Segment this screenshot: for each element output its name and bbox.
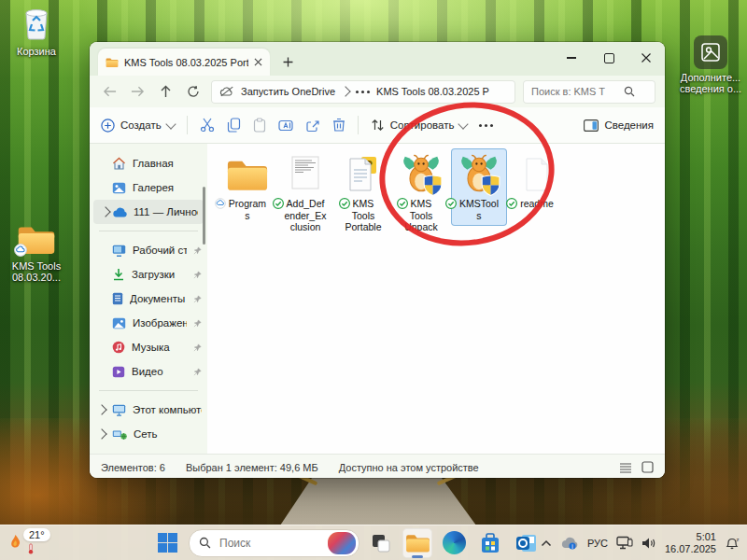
- taskbar-search-box[interactable]: [189, 529, 359, 557]
- sidebar-item-gallery[interactable]: Галерея: [90, 175, 207, 200]
- desktop-icon-kms-folder[interactable]: KMS Tools 08.03.20...: [0, 224, 73, 283]
- copy-button[interactable]: [227, 118, 241, 133]
- svg-text:i: i: [571, 542, 572, 549]
- sidebar-item-music[interactable]: Музыка: [90, 335, 207, 359]
- cut-button[interactable]: [200, 118, 215, 133]
- svg-text:z: z: [737, 537, 740, 542]
- search-box[interactable]: [523, 80, 655, 104]
- new-button[interactable]: Создать: [101, 119, 175, 133]
- refresh-button[interactable]: [183, 81, 204, 102]
- paste-icon: [253, 118, 266, 133]
- edge-taskbar-button[interactable]: [439, 528, 469, 558]
- store-taskbar-button[interactable]: [475, 528, 505, 558]
- desktop-icon-recycle-bin[interactable]: Корзина: [0, 6, 73, 57]
- breadcrumb-overflow-icon[interactable]: [356, 91, 370, 93]
- minimize-button[interactable]: [553, 42, 590, 74]
- tray-expand-chevron-icon[interactable]: [541, 539, 552, 547]
- sidebar-item-network[interactable]: Сеть: [90, 422, 207, 446]
- sidebar-item-onedrive-personal[interactable]: 111 — Личное: [93, 200, 204, 224]
- sidebar-item-desktop[interactable]: Рабочий сто: [90, 238, 207, 262]
- sidebar-item-this-pc[interactable]: Этот компьюте: [90, 398, 207, 422]
- search-icon: [624, 86, 635, 97]
- chevron-down-icon: [165, 119, 176, 129]
- forward-button[interactable]: [127, 81, 148, 102]
- tab-strip: KMS Tools 08.03.2025 Portabl: [90, 42, 665, 76]
- explorer-tab[interactable]: KMS Tools 08.03.2025 Portabl: [98, 49, 270, 76]
- synced-status-icon: [273, 198, 284, 209]
- details-pane-label: Сведения: [604, 119, 654, 131]
- pictures-icon: [112, 317, 126, 329]
- image-info-icon: [694, 35, 727, 69]
- maximize-button[interactable]: [590, 42, 627, 74]
- window-controls: [553, 42, 665, 74]
- address-bar: Запустить OneDrive KMS Tools 08.03.2025 …: [90, 76, 665, 107]
- task-view-button[interactable]: [366, 528, 396, 558]
- taskbar-search-input[interactable]: [218, 536, 321, 551]
- desktop-icon-label: KMS Tools 08.03.20...: [12, 260, 61, 283]
- network-icon: [112, 428, 127, 441]
- breadcrumb[interactable]: Запустить OneDrive KMS Tools 08.03.2025 …: [211, 80, 515, 104]
- rename-button[interactable]: [278, 119, 293, 133]
- sidebar-item-home[interactable]: Главная: [90, 151, 207, 175]
- widgets-button[interactable]: 21°: [9, 528, 50, 558]
- sidebar-item-documents[interactable]: Документы: [90, 287, 207, 311]
- sidebar-item-label: 111 — Личное: [134, 206, 198, 217]
- details-pane-icon: [584, 119, 599, 132]
- notification-bell-icon[interactable]: z: [725, 536, 740, 551]
- video-icon: [112, 366, 125, 378]
- up-button[interactable]: [155, 81, 176, 102]
- details-pane-button[interactable]: Сведения: [584, 119, 654, 132]
- new-tab-button[interactable]: [279, 53, 296, 70]
- network-tray-icon[interactable]: [616, 536, 633, 550]
- cut-icon: [200, 118, 215, 133]
- search-input[interactable]: [529, 85, 619, 98]
- expand-chevron-icon[interactable]: [100, 206, 110, 217]
- file-item-programs[interactable]: Program s: [220, 149, 275, 225]
- tab-close-icon[interactable]: [254, 58, 262, 66]
- script-file-icon: [289, 151, 321, 198]
- search-highlight-thumbnail[interactable]: [328, 532, 356, 554]
- back-button[interactable]: [99, 81, 120, 102]
- start-button[interactable]: [152, 528, 182, 558]
- expand-chevron-icon[interactable]: [96, 404, 106, 414]
- close-button[interactable]: [627, 42, 665, 74]
- breadcrumb-onedrive[interactable]: Запустить OneDrive: [241, 86, 335, 97]
- sidebar-item-label: Рабочий сто: [133, 245, 187, 256]
- volume-tray-icon[interactable]: [641, 537, 656, 550]
- outlook-taskbar-button[interactable]: [512, 528, 542, 558]
- pin-icon: [193, 343, 202, 352]
- gallery-icon: [112, 182, 126, 194]
- language-indicator[interactable]: РУС: [587, 538, 608, 549]
- large-icons-view-icon[interactable]: [641, 461, 654, 473]
- taskbar-clock[interactable]: 5:01 16.07.2025: [665, 531, 716, 554]
- trash-icon: [332, 118, 345, 133]
- breadcrumb-current[interactable]: KMS Tools 08.03.2025 P: [376, 86, 489, 97]
- sidebar-item-downloads[interactable]: Загрузки: [90, 262, 207, 287]
- file-name: Program: [229, 198, 266, 209]
- desktop-folder-icon: [112, 245, 126, 257]
- share-button[interactable]: [305, 119, 320, 133]
- expand-chevron-icon[interactable]: [96, 428, 106, 439]
- sidebar-scrollbar[interactable]: [203, 187, 205, 245]
- edge-icon: [443, 531, 466, 554]
- sidebar-item-label: Этот компьюте: [133, 404, 202, 415]
- home-icon: [112, 157, 126, 170]
- onedrive-icon: [112, 207, 127, 217]
- outlook-icon: [515, 532, 538, 554]
- delete-button[interactable]: [332, 118, 345, 133]
- file-explorer-icon: [405, 533, 430, 553]
- details-view-icon[interactable]: [619, 462, 632, 473]
- share-icon: [305, 119, 320, 133]
- onedrive-tray-icon[interactable]: i: [560, 537, 579, 550]
- desktop-icon-wallpaper-info[interactable]: Дополните... сведения о...: [674, 35, 747, 94]
- file-explorer-taskbar-button[interactable]: [402, 528, 432, 558]
- file-item-add-defender-exclusion[interactable]: Add_Def ender_Ex clusion: [278, 149, 332, 237]
- breadcrumb-chevron-icon: [340, 86, 350, 96]
- sidebar-item-label: Загрузки: [132, 269, 187, 280]
- file-name: KMS: [353, 198, 374, 209]
- rename-icon: [278, 119, 293, 133]
- sidebar-item-videos[interactable]: Видео: [90, 359, 207, 384]
- sidebar-item-pictures[interactable]: Изображени: [90, 311, 207, 335]
- sidebar-item-label: Главная: [133, 158, 202, 169]
- paste-button[interactable]: [253, 118, 266, 133]
